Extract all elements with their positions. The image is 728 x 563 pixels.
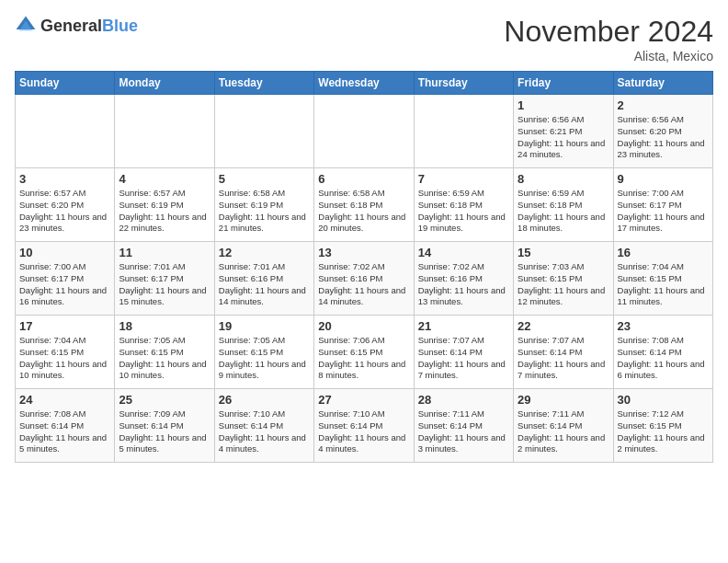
day-info: Sunrise: 7:11 AM Sunset: 6:14 PM Dayligh… — [518, 408, 609, 455]
day-number: 4 — [119, 172, 210, 186]
day-cell: 20Sunrise: 7:06 AM Sunset: 6:15 PM Dayli… — [314, 316, 414, 389]
day-info: Sunrise: 6:58 AM Sunset: 6:19 PM Dayligh… — [219, 188, 310, 235]
day-cell: 17Sunrise: 7:04 AM Sunset: 6:15 PM Dayli… — [16, 316, 115, 389]
day-cell: 4Sunrise: 6:57 AM Sunset: 6:19 PM Daylig… — [115, 168, 214, 242]
day-cell: 27Sunrise: 7:10 AM Sunset: 6:14 PM Dayli… — [314, 389, 414, 463]
day-number: 13 — [318, 246, 409, 259]
day-info: Sunrise: 7:00 AM Sunset: 6:17 PM Dayligh… — [618, 188, 709, 235]
day-cell: 22Sunrise: 7:07 AM Sunset: 6:14 PM Dayli… — [514, 316, 613, 389]
day-number: 2 — [618, 98, 709, 112]
day-cell: 28Sunrise: 7:11 AM Sunset: 6:14 PM Dayli… — [414, 389, 513, 463]
day-info: Sunrise: 7:10 AM Sunset: 6:14 PM Dayligh… — [219, 408, 310, 455]
day-number: 19 — [219, 319, 310, 333]
page-header: GeneralBlue November 2024 Alista, Mexico — [15, 15, 713, 63]
day-cell: 5Sunrise: 6:58 AM Sunset: 6:19 PM Daylig… — [214, 168, 313, 242]
header-row: SundayMondayTuesdayWednesdayThursdayFrid… — [16, 72, 713, 95]
day-number: 6 — [318, 172, 409, 186]
day-info: Sunrise: 6:56 AM Sunset: 6:21 PM Dayligh… — [518, 114, 609, 161]
day-cell — [115, 95, 214, 168]
day-info: Sunrise: 7:01 AM Sunset: 6:17 PM Dayligh… — [119, 261, 210, 308]
day-info: Sunrise: 6:59 AM Sunset: 6:18 PM Dayligh… — [418, 188, 509, 235]
day-cell: 11Sunrise: 7:01 AM Sunset: 6:17 PM Dayli… — [115, 242, 214, 316]
day-cell: 16Sunrise: 7:04 AM Sunset: 6:15 PM Dayli… — [613, 242, 712, 316]
day-number: 24 — [19, 393, 110, 407]
day-info: Sunrise: 7:05 AM Sunset: 6:15 PM Dayligh… — [219, 335, 310, 382]
day-number: 3 — [19, 172, 110, 186]
header-day-tuesday: Tuesday — [214, 72, 313, 95]
day-number: 14 — [418, 246, 509, 259]
day-cell: 25Sunrise: 7:09 AM Sunset: 6:14 PM Dayli… — [115, 389, 214, 463]
header-day-friday: Friday — [514, 72, 613, 95]
day-info: Sunrise: 7:09 AM Sunset: 6:14 PM Dayligh… — [119, 408, 210, 455]
day-cell: 26Sunrise: 7:10 AM Sunset: 6:14 PM Dayli… — [214, 389, 313, 463]
day-info: Sunrise: 7:05 AM Sunset: 6:15 PM Dayligh… — [119, 335, 210, 382]
day-info: Sunrise: 7:06 AM Sunset: 6:15 PM Dayligh… — [318, 335, 409, 382]
day-cell: 10Sunrise: 7:00 AM Sunset: 6:17 PM Dayli… — [16, 242, 115, 316]
day-cell — [414, 95, 513, 168]
day-cell: 21Sunrise: 7:07 AM Sunset: 6:14 PM Dayli… — [414, 316, 513, 389]
day-cell: 2Sunrise: 6:56 AM Sunset: 6:20 PM Daylig… — [613, 95, 712, 168]
header-day-thursday: Thursday — [414, 72, 513, 95]
day-info: Sunrise: 6:56 AM Sunset: 6:20 PM Dayligh… — [618, 114, 709, 161]
day-cell: 30Sunrise: 7:12 AM Sunset: 6:15 PM Dayli… — [613, 389, 712, 463]
day-number: 5 — [219, 172, 310, 186]
location: Alista, Mexico — [504, 49, 713, 63]
day-number: 28 — [418, 393, 509, 407]
day-number: 29 — [518, 393, 609, 407]
day-number: 10 — [19, 246, 110, 259]
day-cell: 3Sunrise: 6:57 AM Sunset: 6:20 PM Daylig… — [16, 168, 115, 242]
day-cell: 19Sunrise: 7:05 AM Sunset: 6:15 PM Dayli… — [214, 316, 313, 389]
month-title: November 2024 — [504, 15, 713, 49]
day-cell: 7Sunrise: 6:59 AM Sunset: 6:18 PM Daylig… — [414, 168, 513, 242]
day-info: Sunrise: 7:08 AM Sunset: 6:14 PM Dayligh… — [19, 408, 110, 455]
day-info: Sunrise: 7:02 AM Sunset: 6:16 PM Dayligh… — [418, 261, 509, 308]
week-row-4: 17Sunrise: 7:04 AM Sunset: 6:15 PM Dayli… — [16, 316, 713, 389]
day-number: 23 — [618, 319, 709, 333]
day-number: 22 — [518, 319, 609, 333]
calendar-body: 1Sunrise: 6:56 AM Sunset: 6:21 PM Daylig… — [16, 95, 713, 463]
day-number: 8 — [518, 172, 609, 186]
day-cell: 24Sunrise: 7:08 AM Sunset: 6:14 PM Dayli… — [16, 389, 115, 463]
logo: GeneralBlue — [15, 15, 138, 37]
day-info: Sunrise: 7:11 AM Sunset: 6:14 PM Dayligh… — [418, 408, 509, 455]
day-number: 15 — [518, 246, 609, 259]
day-number: 26 — [219, 393, 310, 407]
day-info: Sunrise: 6:57 AM Sunset: 6:19 PM Dayligh… — [119, 188, 210, 235]
day-cell: 6Sunrise: 6:58 AM Sunset: 6:18 PM Daylig… — [314, 168, 414, 242]
day-number: 11 — [119, 246, 210, 259]
day-info: Sunrise: 7:04 AM Sunset: 6:15 PM Dayligh… — [618, 261, 709, 308]
day-cell: 23Sunrise: 7:08 AM Sunset: 6:14 PM Dayli… — [613, 316, 712, 389]
week-row-2: 3Sunrise: 6:57 AM Sunset: 6:20 PM Daylig… — [16, 168, 713, 242]
day-cell: 14Sunrise: 7:02 AM Sunset: 6:16 PM Dayli… — [414, 242, 513, 316]
day-number: 16 — [618, 246, 709, 259]
day-number: 25 — [119, 393, 210, 407]
day-cell: 8Sunrise: 6:59 AM Sunset: 6:18 PM Daylig… — [514, 168, 613, 242]
day-info: Sunrise: 6:59 AM Sunset: 6:18 PM Dayligh… — [518, 188, 609, 235]
day-cell: 13Sunrise: 7:02 AM Sunset: 6:16 PM Dayli… — [314, 242, 414, 316]
day-cell: 15Sunrise: 7:03 AM Sunset: 6:15 PM Dayli… — [514, 242, 613, 316]
calendar-header: SundayMondayTuesdayWednesdayThursdayFrid… — [16, 72, 713, 95]
day-number: 30 — [618, 393, 709, 407]
day-number: 7 — [418, 172, 509, 186]
logo-icon — [15, 15, 37, 37]
day-info: Sunrise: 7:07 AM Sunset: 6:14 PM Dayligh… — [518, 335, 609, 382]
title-block: November 2024 Alista, Mexico — [504, 15, 713, 63]
calendar-table: SundayMondayTuesdayWednesdayThursdayFrid… — [15, 71, 713, 463]
day-info: Sunrise: 7:00 AM Sunset: 6:17 PM Dayligh… — [19, 261, 110, 308]
day-cell: 29Sunrise: 7:11 AM Sunset: 6:14 PM Dayli… — [514, 389, 613, 463]
day-info: Sunrise: 7:10 AM Sunset: 6:14 PM Dayligh… — [318, 408, 409, 455]
day-number: 21 — [418, 319, 509, 333]
day-number: 12 — [219, 246, 310, 259]
week-row-5: 24Sunrise: 7:08 AM Sunset: 6:14 PM Dayli… — [16, 389, 713, 463]
day-cell: 9Sunrise: 7:00 AM Sunset: 6:17 PM Daylig… — [613, 168, 712, 242]
day-info: Sunrise: 6:58 AM Sunset: 6:18 PM Dayligh… — [318, 188, 409, 235]
day-cell — [314, 95, 414, 168]
day-info: Sunrise: 7:12 AM Sunset: 6:15 PM Dayligh… — [618, 408, 709, 455]
header-day-wednesday: Wednesday — [314, 72, 414, 95]
day-info: Sunrise: 7:03 AM Sunset: 6:15 PM Dayligh… — [518, 261, 609, 308]
day-info: Sunrise: 6:57 AM Sunset: 6:20 PM Dayligh… — [19, 188, 110, 235]
day-info: Sunrise: 7:01 AM Sunset: 6:16 PM Dayligh… — [219, 261, 310, 308]
day-number: 9 — [618, 172, 709, 186]
day-info: Sunrise: 7:07 AM Sunset: 6:14 PM Dayligh… — [418, 335, 509, 382]
day-cell — [214, 95, 313, 168]
